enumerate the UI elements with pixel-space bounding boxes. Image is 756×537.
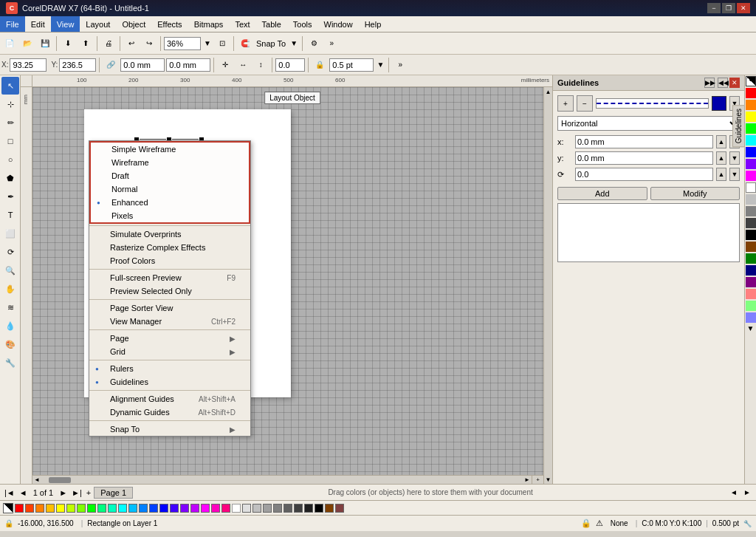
hand-tool[interactable]: ✋ (1, 280, 19, 298)
width-input[interactable] (120, 58, 165, 72)
guideline-remove-icon[interactable]: − (577, 95, 593, 112)
menu-table[interactable]: Table (256, 16, 287, 32)
guideline-angle-input[interactable] (575, 168, 713, 181)
first-page-btn[interactable]: |◄ (3, 488, 16, 497)
canvas-area[interactable]: ✕ Layout Object ▼ ▲ (32, 87, 552, 484)
minimize-button[interactable]: − (707, 3, 721, 13)
transform-origin[interactable]: ✛ (217, 57, 233, 73)
zoom-tool[interactable]: 🔍 (1, 261, 19, 279)
guideline-angle-down[interactable]: ▼ (729, 168, 740, 181)
bar-red[interactable] (15, 504, 24, 513)
color-black[interactable] (746, 230, 756, 240)
scrollbar-h-thumb[interactable] (49, 477, 71, 483)
rectangle-tool[interactable]: □ (1, 132, 19, 150)
text-tool[interactable]: T (1, 206, 19, 224)
view-dynamic-guides[interactable]: Dynamic Guides Alt+Shift+D (89, 406, 250, 419)
no-color-swatch[interactable] (746, 76, 756, 86)
blend-tool[interactable]: ≋ (1, 298, 19, 316)
color-purple[interactable] (746, 159, 756, 169)
bar-purple[interactable] (180, 504, 189, 513)
more-button[interactable]: » (323, 35, 340, 52)
import-button[interactable]: ⬇ (60, 35, 76, 52)
redo-button[interactable]: ↪ (141, 35, 157, 52)
color-darkgray[interactable] (746, 218, 756, 228)
bar-black[interactable] (315, 504, 323, 513)
view-fullscreen[interactable]: Full-screen Preview F9 (89, 271, 250, 284)
zoom-fit[interactable]: ⊡ (214, 35, 230, 52)
color-navy[interactable] (746, 265, 756, 276)
view-manager[interactable]: View Manager Ctrl+F2 (89, 315, 250, 328)
guideline-y-up[interactable]: ▲ (716, 151, 726, 165)
menu-edit[interactable]: Edit (25, 16, 51, 32)
view-draft[interactable]: Draft (91, 169, 249, 182)
colorbar-right-btn[interactable]: ► (741, 487, 753, 499)
color-cyan[interactable] (746, 135, 756, 146)
lock-ratio-btn[interactable]: 🔗 (103, 57, 119, 73)
menu-help[interactable]: Help (359, 16, 388, 32)
warning-icon[interactable]: ⚠ (596, 519, 603, 528)
mirror-h[interactable]: ↔ (235, 57, 251, 73)
scrollbar-h[interactable]: ◄ ► + (32, 475, 543, 484)
color-white[interactable] (746, 182, 756, 193)
bar-orange[interactable] (35, 504, 44, 513)
bar-sky-blue[interactable] (128, 504, 137, 513)
guideline-angle-up[interactable]: ▲ (716, 168, 726, 181)
color-blue[interactable] (746, 147, 756, 157)
guideline-x-input[interactable] (575, 135, 713, 148)
menu-window[interactable]: Window (318, 16, 359, 32)
view-pixels[interactable]: Pixels (91, 209, 249, 222)
bar-gray[interactable] (273, 504, 282, 513)
view-simulate-overprints[interactable]: Simulate Overprints (89, 228, 250, 241)
status-more-btn[interactable]: 🔧 (743, 520, 752, 527)
guideline-add-icon[interactable]: + (557, 95, 574, 112)
color-eyedrop[interactable]: 🔧 (1, 354, 19, 372)
view-proof-colors[interactable]: Proof Colors (89, 254, 250, 267)
bar-light-green[interactable] (77, 504, 86, 513)
snap-toggle[interactable]: 🧲 (237, 35, 253, 52)
select-tool[interactable]: ↖ (1, 77, 19, 95)
color-magenta[interactable] (746, 171, 756, 181)
bar-brown[interactable] (325, 504, 334, 513)
color-brown[interactable] (746, 242, 756, 252)
bar-amber[interactable] (46, 504, 55, 513)
scroll-down-btn[interactable]: ▼ (544, 475, 552, 484)
scroll-left-btn[interactable]: ◄ (32, 476, 41, 485)
bar-yellow-green[interactable] (66, 504, 75, 513)
options-button[interactable]: ⚙ (306, 35, 322, 52)
menu-bitmaps[interactable]: Bitmaps (188, 16, 230, 32)
page-tab[interactable]: Page 1 (94, 487, 133, 499)
color-darkgreen[interactable] (746, 253, 756, 264)
bar-magenta[interactable] (201, 504, 210, 513)
bar-darkgray2[interactable] (284, 504, 292, 513)
close-button[interactable]: ✕ (737, 3, 750, 13)
menu-layout[interactable]: Layout (80, 16, 116, 32)
guideline-direction-select[interactable]: Horizontal Vertical Angled (557, 116, 740, 131)
bar-orange-red[interactable] (25, 504, 34, 513)
color-gray[interactable] (746, 206, 756, 216)
bar-darkgray[interactable] (294, 504, 303, 513)
view-rasterize[interactable]: Rasterize Complex Effects (89, 241, 250, 254)
table-tool[interactable]: ⬜ (1, 225, 19, 242)
view-alignment-guides[interactable]: Alignment Guides Alt+Shift+A (89, 392, 250, 406)
more-btn2[interactable]: » (392, 57, 408, 73)
snap-dropdown[interactable]: ▼ (289, 35, 299, 52)
panel-collapse-btn[interactable]: ◀◀ (718, 78, 728, 88)
panel-close-btn[interactable]: ✕ (729, 78, 740, 88)
restore-button[interactable]: ❐ (722, 3, 735, 13)
zoom-input[interactable] (164, 37, 201, 50)
lock-btn[interactable]: 🔒 (312, 57, 328, 73)
menu-effects[interactable]: Effects (151, 16, 188, 32)
zoom-in-btn[interactable]: + (532, 476, 543, 485)
scroll-up-btn[interactable]: ▲ (544, 87, 552, 96)
menu-text[interactable]: Text (229, 16, 255, 32)
color-green[interactable] (746, 123, 756, 134)
height-input[interactable] (166, 58, 210, 72)
bar-silver[interactable] (252, 504, 261, 513)
bar-blue[interactable] (159, 504, 168, 513)
panel-expand-btn[interactable]: ▶▶ (704, 78, 715, 88)
menu-view[interactable]: View (51, 16, 80, 32)
last-page-btn[interactable]: ►| (70, 488, 83, 497)
undo-button[interactable]: ↩ (123, 35, 140, 52)
guideline-y-input[interactable] (575, 151, 713, 165)
view-enhanced[interactable]: Enhanced (91, 196, 249, 209)
